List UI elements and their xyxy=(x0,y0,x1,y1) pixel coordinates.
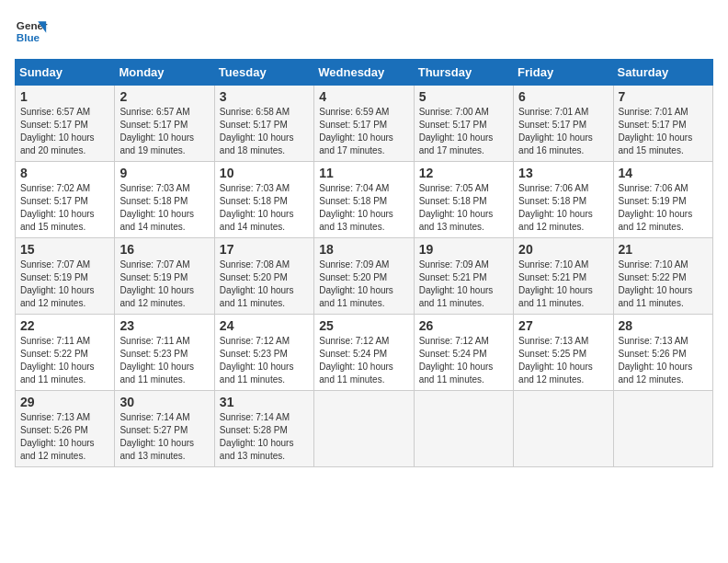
calendar-cell: 16Sunrise: 7:07 AM Sunset: 5:19 PM Dayli… xyxy=(115,238,214,315)
logo-icon: General Blue xyxy=(15,15,48,48)
weekday-header-tuesday: Tuesday xyxy=(214,60,313,86)
day-number: 7 xyxy=(619,89,708,104)
svg-text:Blue: Blue xyxy=(17,31,40,43)
calendar-cell: 30Sunrise: 7:14 AM Sunset: 5:27 PM Dayli… xyxy=(115,391,214,467)
calendar-cell: 9Sunrise: 7:03 AM Sunset: 5:18 PM Daylig… xyxy=(115,162,214,238)
weekday-header-thursday: Thursday xyxy=(414,60,513,86)
day-number: 14 xyxy=(619,166,708,180)
day-info: Sunrise: 7:10 AM Sunset: 5:21 PM Dayligh… xyxy=(518,259,608,310)
day-number: 1 xyxy=(20,89,109,104)
calendar-cell: 3Sunrise: 6:58 AM Sunset: 5:17 PM Daylig… xyxy=(214,86,313,162)
calendar-cell: 31Sunrise: 7:14 AM Sunset: 5:28 PM Dayli… xyxy=(214,391,313,467)
calendar-cell: 22Sunrise: 7:11 AM Sunset: 5:22 PM Dayli… xyxy=(16,315,115,391)
day-info: Sunrise: 7:10 AM Sunset: 5:22 PM Dayligh… xyxy=(619,259,708,310)
calendar-cell: 17Sunrise: 7:08 AM Sunset: 5:20 PM Dayli… xyxy=(214,238,313,315)
calendar-cell: 14Sunrise: 7:06 AM Sunset: 5:19 PM Dayli… xyxy=(613,162,712,238)
day-info: Sunrise: 7:04 AM Sunset: 5:18 PM Dayligh… xyxy=(319,182,408,234)
day-info: Sunrise: 7:12 AM Sunset: 5:24 PM Dayligh… xyxy=(319,335,408,386)
day-info: Sunrise: 6:57 AM Sunset: 5:17 PM Dayligh… xyxy=(119,106,209,157)
day-number: 29 xyxy=(20,395,109,409)
calendar-cell: 28Sunrise: 7:13 AM Sunset: 5:26 PM Dayli… xyxy=(613,315,712,391)
day-number: 12 xyxy=(419,166,508,180)
calendar-cell: 7Sunrise: 7:01 AM Sunset: 5:17 PM Daylig… xyxy=(613,86,712,162)
day-number: 30 xyxy=(119,395,209,409)
day-info: Sunrise: 7:11 AM Sunset: 5:22 PM Dayligh… xyxy=(20,335,109,386)
calendar-cell: 23Sunrise: 7:11 AM Sunset: 5:23 PM Dayli… xyxy=(115,315,214,391)
day-number: 19 xyxy=(419,242,508,257)
day-number: 10 xyxy=(220,166,309,180)
calendar-cell xyxy=(314,391,414,467)
day-number: 22 xyxy=(20,318,109,333)
day-info: Sunrise: 7:14 AM Sunset: 5:28 PM Dayligh… xyxy=(220,411,309,463)
day-number: 26 xyxy=(419,318,508,333)
day-number: 20 xyxy=(518,242,608,257)
day-info: Sunrise: 7:08 AM Sunset: 5:20 PM Dayligh… xyxy=(220,259,309,310)
day-number: 3 xyxy=(220,89,309,104)
weekday-header-sunday: Sunday xyxy=(16,60,115,86)
day-info: Sunrise: 7:03 AM Sunset: 5:18 PM Dayligh… xyxy=(119,182,209,234)
day-number: 18 xyxy=(319,242,408,257)
weekday-header-friday: Friday xyxy=(514,60,613,86)
calendar-week-1: 1Sunrise: 6:57 AM Sunset: 5:17 PM Daylig… xyxy=(16,86,713,162)
day-number: 27 xyxy=(518,318,608,333)
calendar-cell: 29Sunrise: 7:13 AM Sunset: 5:26 PM Dayli… xyxy=(16,391,115,467)
weekday-header-wednesday: Wednesday xyxy=(314,60,414,86)
day-info: Sunrise: 7:01 AM Sunset: 5:17 PM Dayligh… xyxy=(619,106,708,157)
calendar-cell: 19Sunrise: 7:09 AM Sunset: 5:21 PM Dayli… xyxy=(414,238,513,315)
day-info: Sunrise: 7:13 AM Sunset: 5:26 PM Dayligh… xyxy=(619,335,708,386)
calendar-table: SundayMondayTuesdayWednesdayThursdayFrid… xyxy=(15,59,713,467)
day-number: 13 xyxy=(518,166,608,180)
day-number: 5 xyxy=(419,89,508,104)
day-number: 4 xyxy=(319,89,408,104)
day-number: 21 xyxy=(619,242,708,257)
calendar-week-4: 22Sunrise: 7:11 AM Sunset: 5:22 PM Dayli… xyxy=(16,315,713,391)
day-info: Sunrise: 7:13 AM Sunset: 5:25 PM Dayligh… xyxy=(518,335,608,386)
day-info: Sunrise: 7:13 AM Sunset: 5:26 PM Dayligh… xyxy=(20,411,109,463)
calendar-cell xyxy=(414,391,513,467)
day-info: Sunrise: 7:11 AM Sunset: 5:23 PM Dayligh… xyxy=(119,335,209,386)
calendar-cell: 27Sunrise: 7:13 AM Sunset: 5:25 PM Dayli… xyxy=(514,315,613,391)
day-info: Sunrise: 7:00 AM Sunset: 5:17 PM Dayligh… xyxy=(419,106,508,157)
day-info: Sunrise: 7:06 AM Sunset: 5:19 PM Dayligh… xyxy=(619,182,708,234)
calendar-week-5: 29Sunrise: 7:13 AM Sunset: 5:26 PM Dayli… xyxy=(16,391,713,467)
header: General Blue xyxy=(15,15,713,48)
day-info: Sunrise: 7:09 AM Sunset: 5:21 PM Dayligh… xyxy=(419,259,508,310)
calendar-cell: 21Sunrise: 7:10 AM Sunset: 5:22 PM Dayli… xyxy=(613,238,712,315)
calendar-cell: 12Sunrise: 7:05 AM Sunset: 5:18 PM Dayli… xyxy=(414,162,513,238)
calendar-cell: 5Sunrise: 7:00 AM Sunset: 5:17 PM Daylig… xyxy=(414,86,513,162)
calendar-cell: 15Sunrise: 7:07 AM Sunset: 5:19 PM Dayli… xyxy=(16,238,115,315)
weekday-header-monday: Monday xyxy=(115,60,214,86)
day-number: 23 xyxy=(119,318,209,333)
day-info: Sunrise: 7:12 AM Sunset: 5:24 PM Dayligh… xyxy=(419,335,508,386)
calendar-cell: 10Sunrise: 7:03 AM Sunset: 5:18 PM Dayli… xyxy=(214,162,313,238)
calendar-cell: 8Sunrise: 7:02 AM Sunset: 5:17 PM Daylig… xyxy=(16,162,115,238)
day-info: Sunrise: 7:01 AM Sunset: 5:17 PM Dayligh… xyxy=(518,106,608,157)
day-info: Sunrise: 6:58 AM Sunset: 5:17 PM Dayligh… xyxy=(220,106,309,157)
calendar-cell xyxy=(514,391,613,467)
day-info: Sunrise: 7:09 AM Sunset: 5:20 PM Dayligh… xyxy=(319,259,408,310)
calendar-header: SundayMondayTuesdayWednesdayThursdayFrid… xyxy=(16,60,713,86)
day-info: Sunrise: 7:03 AM Sunset: 5:18 PM Dayligh… xyxy=(220,182,309,234)
day-info: Sunrise: 6:59 AM Sunset: 5:17 PM Dayligh… xyxy=(319,106,408,157)
calendar-cell: 6Sunrise: 7:01 AM Sunset: 5:17 PM Daylig… xyxy=(514,86,613,162)
weekday-header-saturday: Saturday xyxy=(613,60,712,86)
day-number: 11 xyxy=(319,166,408,180)
calendar-cell: 11Sunrise: 7:04 AM Sunset: 5:18 PM Dayli… xyxy=(314,162,414,238)
day-number: 31 xyxy=(220,395,309,409)
day-info: Sunrise: 7:02 AM Sunset: 5:17 PM Dayligh… xyxy=(20,182,109,234)
calendar-week-2: 8Sunrise: 7:02 AM Sunset: 5:17 PM Daylig… xyxy=(16,162,713,238)
calendar-cell xyxy=(613,391,712,467)
day-number: 24 xyxy=(220,318,309,333)
calendar-cell: 25Sunrise: 7:12 AM Sunset: 5:24 PM Dayli… xyxy=(314,315,414,391)
calendar-cell: 26Sunrise: 7:12 AM Sunset: 5:24 PM Dayli… xyxy=(414,315,513,391)
logo: General Blue xyxy=(15,15,48,48)
day-number: 28 xyxy=(619,318,708,333)
calendar-week-3: 15Sunrise: 7:07 AM Sunset: 5:19 PM Dayli… xyxy=(16,238,713,315)
calendar-cell: 4Sunrise: 6:59 AM Sunset: 5:17 PM Daylig… xyxy=(314,86,414,162)
day-info: Sunrise: 7:14 AM Sunset: 5:27 PM Dayligh… xyxy=(119,411,209,463)
calendar-cell: 24Sunrise: 7:12 AM Sunset: 5:23 PM Dayli… xyxy=(214,315,313,391)
day-info: Sunrise: 7:07 AM Sunset: 5:19 PM Dayligh… xyxy=(119,259,209,310)
day-info: Sunrise: 6:57 AM Sunset: 5:17 PM Dayligh… xyxy=(20,106,109,157)
day-info: Sunrise: 7:07 AM Sunset: 5:19 PM Dayligh… xyxy=(20,259,109,310)
day-info: Sunrise: 7:05 AM Sunset: 5:18 PM Dayligh… xyxy=(419,182,508,234)
